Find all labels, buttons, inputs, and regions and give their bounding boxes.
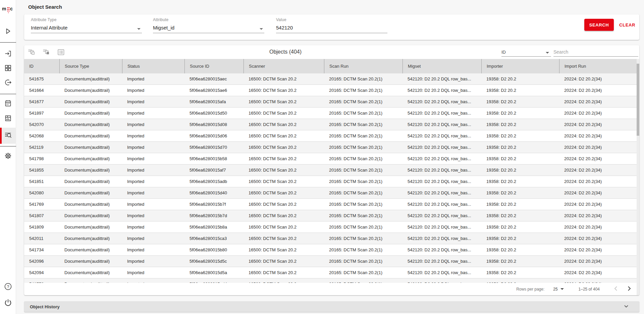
table-row[interactable]: 542094Documentum(audittrail)Imported5f06… [24, 267, 639, 278]
table-row[interactable]: 541677Documentum(audittrail)Imported5f06… [24, 96, 639, 108]
table-row[interactable]: 541734Documentum(audittrail)Imported5f06… [24, 244, 639, 256]
table-cell: Documentum(audittrail) [59, 233, 122, 244]
table-cell: 20165: DCTM Scan 20.2(1) [324, 73, 402, 84]
column-header[interactable]: Scan Run [324, 59, 402, 73]
sidebar-item-object-search[interactable] [0, 128, 16, 144]
table-cell: Documentum(audittrail) [59, 119, 122, 130]
table-cell: 20165: DCTM Scan 20.2(1) [324, 85, 402, 96]
column-header[interactable]: Scanner [244, 59, 324, 73]
sidebar-item-export[interactable] [0, 76, 16, 90]
table-cell: 16500: DCTM Scan 20.2 [244, 256, 324, 267]
previous-page-button[interactable] [612, 285, 620, 293]
objects-search-input[interactable] [553, 48, 638, 57]
export-icon [4, 78, 12, 88]
sidebar-item-reports[interactable] [0, 112, 16, 126]
attribute-type-select[interactable]: Attribute Type Internal Attribute [31, 17, 142, 37]
table-cell: 16500: DCTM Scan 20.2 [244, 233, 324, 244]
table-cell: 5f06ea6280015d50 [184, 108, 244, 119]
table-cell: 19358: D2 20.2 [481, 256, 559, 267]
attribute-type-value[interactable]: Internal Attribute [31, 25, 142, 33]
table-cell: 542120: D2 20.2 DQL row_bas... [402, 119, 481, 130]
sidebar-divider [0, 146, 16, 146]
table-cell: 16500: DCTM Scan 20.2 [244, 267, 324, 278]
next-page-button[interactable] [625, 285, 633, 293]
value-field[interactable]: Value [276, 17, 387, 37]
add-to-migset-icon[interactable] [28, 48, 35, 56]
help-button[interactable]: ? [0, 280, 16, 295]
table-row[interactable]: 541809Documentum(audittrail)Imported5f06… [24, 222, 639, 233]
table-row[interactable]: 541807Documentum(audittrail)Imported5f06… [24, 210, 639, 222]
table-cell: 542120: D2 20.2 DQL row_bas... [402, 176, 481, 187]
chevron-left-icon [614, 286, 618, 292]
table-cell: 19358: D2 20.2 [481, 142, 559, 153]
attribute-select[interactable]: Attribute Migset_id [153, 17, 264, 37]
table-scrollbar[interactable] [637, 59, 639, 295]
table-cell: 20224: D2 20.2(34) [559, 73, 639, 84]
table-row[interactable]: 542119Documentum(audittrail)Imported5f06… [24, 142, 639, 153]
column-header[interactable]: ID [24, 59, 59, 73]
logout-button[interactable] [0, 296, 16, 311]
table-cell: 19358: D2 20.2 [481, 153, 559, 164]
rows-per-page-label: Rows per page: [516, 287, 544, 292]
reports-icon [4, 114, 12, 124]
table-cell: Imported [122, 210, 184, 221]
table-cell: 20165: DCTM Scan 20.2(1) [324, 165, 402, 176]
table-cell: Documentum(audittrail) [59, 244, 122, 255]
objects-panel: Objects (404) ID IDSource TypeStatusSour… [24, 45, 639, 295]
filter-column-select[interactable]: ID [501, 48, 551, 57]
table-row[interactable]: 541664Documentum(audittrail)Imported5f06… [24, 85, 639, 96]
table-cell: 20165: DCTM Scan 20.2(1) [324, 96, 402, 107]
sidebar-item-dashboard[interactable] [0, 61, 16, 76]
table-cell: 5f06ea6280015d08 [184, 119, 244, 130]
table-row[interactable]: 542096Documentum(audittrail)Imported5f06… [24, 256, 639, 267]
sidebar-item-run[interactable] [0, 24, 16, 39]
table-row[interactable]: 541798Documentum(audittrail)Imported5f06… [24, 153, 639, 165]
sidebar-item-scheduler[interactable] [0, 97, 16, 111]
column-header[interactable]: Source Type [59, 59, 122, 73]
rows-per-page-select[interactable]: 25 [553, 287, 564, 292]
column-header[interactable]: Migset [402, 59, 481, 73]
table-row[interactable]: 541778Documentum(audittrail)Imported5f06… [24, 278, 639, 283]
table-cell: 20224: D2 20.2(34) [559, 176, 639, 187]
table-row[interactable]: 542011Documentum(audittrail)Imported5f06… [24, 233, 639, 244]
sidebar-item-settings[interactable] [0, 149, 16, 164]
sidebar: m c [0, 0, 16, 314]
clear-button[interactable]: CLEAR [616, 19, 638, 31]
table-cell: 20224: D2 20.2(34) [559, 199, 639, 210]
table-row[interactable]: 541675Documentum(audittrail)Imported5f06… [24, 73, 639, 85]
column-header[interactable]: Import Run [559, 59, 639, 73]
table-row[interactable]: 542068Documentum(audittrail)Imported5f06… [24, 130, 639, 142]
table-row[interactable]: 541855Documentum(audittrail)Imported5f06… [24, 165, 639, 176]
search-button[interactable]: SEARCH [584, 19, 614, 31]
table-cell: 19358: D2 20.2 [481, 222, 559, 233]
table-cell: Documentum(audittrail) [59, 187, 122, 198]
value-input[interactable] [276, 25, 387, 33]
table-row[interactable]: 541897Documentum(audittrail)Imported5f06… [24, 108, 639, 119]
column-header[interactable]: Importer [481, 59, 559, 73]
table-cell: 542120: D2 20.2 DQL row_bas... [402, 153, 481, 164]
rows-per-page-value: 25 [553, 287, 557, 292]
table-row[interactable]: 542070Documentum(audittrail)Imported5f06… [24, 119, 639, 130]
attribute-type-label: Attribute Type [31, 17, 142, 22]
select-columns-icon[interactable] [57, 48, 65, 56]
column-header[interactable]: Status [122, 59, 184, 73]
sidebar-divider [0, 42, 16, 43]
table-row[interactable]: 541769Documentum(audittrail)Imported5f06… [24, 199, 639, 210]
table-cell: 542120: D2 20.2 DQL row_bas... [402, 165, 481, 176]
table-cell: Documentum(audittrail) [59, 210, 122, 221]
table-cell: 16500: DCTM Scan 20.2 [244, 244, 324, 255]
table-cell: 20165: DCTM Scan 20.2(1) [324, 278, 402, 283]
svg-text:m: m [2, 6, 6, 11]
scrollbar-thumb[interactable] [637, 64, 639, 136]
remove-from-migset-icon[interactable] [42, 48, 50, 56]
table-row[interactable]: 541851Documentum(audittrail)Imported5f06… [24, 176, 639, 187]
table-row[interactable]: 542080Documentum(audittrail)Imported5f06… [24, 187, 639, 199]
object-history-panel[interactable]: Object History [24, 301, 639, 312]
column-header[interactable]: Source ID [184, 59, 244, 73]
table-cell: 20224: D2 20.2(34) [559, 210, 639, 221]
sidebar-item-import[interactable] [0, 47, 16, 62]
attribute-value[interactable]: Migset_id [153, 25, 264, 33]
table-header-row: IDSource TypeStatusSource IDScannerScan … [24, 59, 639, 73]
table-cell: Imported [122, 278, 184, 283]
table-cell: 20224: D2 20.2(34) [559, 130, 639, 141]
